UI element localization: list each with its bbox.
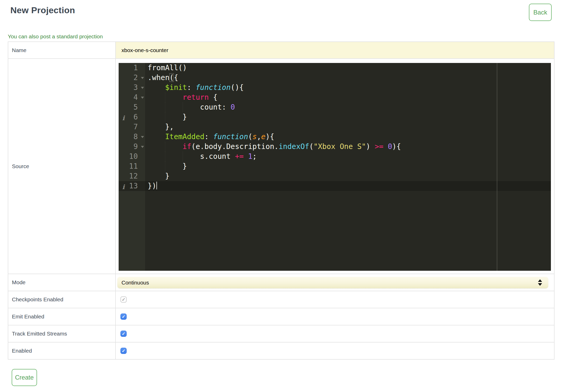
emit-label: Emit Enabled (8, 308, 116, 325)
gutter-line-13: i13 (119, 181, 145, 191)
enabled-cell: ✓ (116, 343, 554, 359)
checkpoints-label: Checkpoints Enabled (8, 291, 116, 308)
code-line-12: } (148, 171, 551, 181)
gutter-line-10: 10 (119, 152, 145, 161)
emit-enabled-checkbox[interactable]: ✓ (120, 313, 127, 320)
text-cursor (156, 182, 157, 189)
name-cell (116, 42, 554, 58)
code-line-7: }, (148, 122, 551, 132)
track-label: Track Emitted Streams (8, 325, 116, 342)
gutter-line-12: 12 (119, 171, 145, 181)
source-row: Source 12345i6789101112i13 fromAll().whe… (8, 58, 554, 274)
indent-guide (165, 152, 165, 161)
name-input[interactable] (116, 42, 554, 58)
page-header: New Projection Back (0, 0, 561, 21)
code-line-11: } (148, 161, 551, 171)
line-number: 1 (133, 63, 138, 73)
line-number: 8 (133, 132, 138, 142)
enabled-checkbox[interactable]: ✓ (120, 348, 127, 354)
gutter-line-2: 2 (119, 73, 145, 83)
name-label: Name (8, 42, 116, 58)
code-line-8: ItemAdded: function(s,e){ (148, 132, 551, 142)
checkpoints-checkbox: ✓ (120, 296, 127, 303)
enabled-label: Enabled (8, 343, 116, 359)
source-label: Source (8, 59, 116, 274)
mode-row: Mode Continuous (8, 274, 554, 291)
info-icon: i (122, 113, 125, 123)
code-line-1: fromAll() (148, 63, 551, 73)
checkpoints-row: Checkpoints Enabled ✓ (8, 291, 554, 308)
gutter-line-6: i6 (119, 112, 145, 122)
mode-select[interactable]: Continuous (117, 277, 548, 288)
indent-guide (165, 92, 165, 102)
emit-cell: ✓ (116, 308, 554, 325)
code-line-10: s.count += 1; (148, 152, 551, 161)
fold-arrow-icon[interactable] (141, 87, 144, 89)
line-number: 11 (129, 161, 138, 171)
info-icon: i (122, 182, 125, 192)
track-row: Track Emitted Streams ✓ (8, 325, 554, 342)
mode-label: Mode (8, 274, 116, 291)
gutter-line-3: 3 (119, 83, 145, 92)
gutter-line-11: 11 (119, 161, 145, 171)
projection-form: Name Source 12345i6789101112i13 fromAll(… (8, 41, 555, 360)
indent-guide (165, 142, 165, 152)
line-number: 5 (133, 102, 138, 112)
indent-guide (165, 102, 165, 112)
fold-arrow-icon[interactable] (141, 146, 144, 148)
gutter-line-8: 8 (119, 132, 145, 142)
code-line-3: $init: function(){ (148, 83, 551, 92)
code-line-4: return { (148, 92, 551, 102)
line-number: 4 (133, 92, 138, 102)
indent-guide (165, 161, 165, 171)
fold-arrow-icon[interactable] (141, 97, 144, 99)
line-number: 9 (133, 142, 138, 152)
line-number: 13 (129, 181, 138, 191)
code-line-6: } (148, 112, 551, 122)
code-line-5: count: 0 (148, 102, 551, 112)
indent-guide (165, 112, 165, 122)
name-row: Name (8, 42, 554, 58)
editor-code: fromAll().when({ $init: function(){ retu… (148, 63, 551, 191)
track-cell: ✓ (116, 325, 554, 342)
indent-guide (183, 152, 183, 161)
line-number: 2 (133, 73, 138, 83)
code-line-2: .when({ (148, 73, 551, 83)
line-number: 3 (133, 83, 138, 92)
gutter-line-5: 5 (119, 102, 145, 112)
standard-projection-link[interactable]: You can also post a standard projection (8, 33, 103, 40)
line-number: 6 (133, 112, 138, 122)
select-arrows-icon (538, 279, 542, 286)
source-code-editor[interactable]: 12345i6789101112i13 fromAll().when({ $in… (119, 63, 551, 271)
mode-select-value: Continuous (121, 280, 538, 286)
code-line-9: if(e.body.Description.indexOf("Xbox One … (148, 142, 551, 152)
back-button[interactable]: Back (529, 4, 552, 21)
line-number: 10 (129, 152, 138, 161)
gutter-line-9: 9 (119, 142, 145, 152)
gutter-line-1: 1 (119, 63, 145, 73)
enabled-row: Enabled ✓ (8, 342, 554, 359)
gutter-line-4: 4 (119, 92, 145, 102)
fold-arrow-icon[interactable] (141, 77, 144, 79)
line-number: 12 (129, 171, 138, 181)
track-emitted-streams-checkbox[interactable]: ✓ (120, 331, 127, 337)
page-title: New Projection (10, 4, 75, 15)
mode-cell: Continuous (116, 274, 554, 291)
code-line-13: }) (148, 181, 551, 191)
fold-arrow-icon[interactable] (141, 136, 144, 138)
create-button[interactable]: Create (12, 369, 37, 386)
source-cell: 12345i6789101112i13 fromAll().when({ $in… (116, 59, 554, 274)
editor-gutter: 12345i6789101112i13 (119, 63, 145, 271)
emit-row: Emit Enabled ✓ (8, 308, 554, 325)
checkpoints-cell: ✓ (116, 291, 554, 308)
line-number: 7 (133, 122, 138, 132)
indent-guide (183, 102, 183, 112)
gutter-line-7: 7 (119, 122, 145, 132)
